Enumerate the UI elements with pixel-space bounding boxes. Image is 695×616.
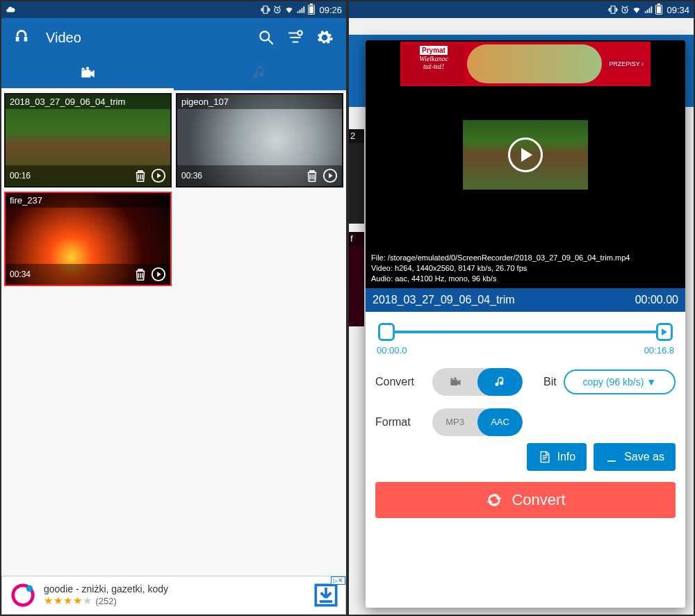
format-label: Format [375,416,425,428]
peek-card-label: f [349,232,364,246]
convert-type-toggle[interactable] [432,368,523,396]
trim-end-time: 00:16.8 [644,345,674,356]
status-time: 09:34 [667,5,689,15]
file-title-bar: 2018_03_27_09_06_04_trim 00:00.00 [366,288,685,312]
filter-sync-icon[interactable] [286,28,304,47]
convert-label: Convert [375,376,425,388]
status-bar: 09:34 [349,1,694,18]
svg-point-2 [297,31,302,35]
ad-stars: ★★★★★ [44,594,92,606]
options: Convert Bit copy (96 kb/s) ▼ Format [366,358,685,439]
trim-track[interactable] [385,331,666,333]
play-icon [521,148,532,162]
ad-banner-top[interactable]: Prymat Wielkanoc tuż-tuż! PRZEPISY › [400,42,651,86]
video-camera-icon [79,64,97,82]
battery-icon [308,5,315,15]
signal-icon [644,5,653,15]
ad-rating-count: (252) [95,596,116,606]
vibrate-icon [261,5,270,15]
video-grid[interactable]: 2018_03_27_09_06_04_trim 00:16 pigeon_10… [1,90,346,576]
video-preview: Prymat Wielkanoc tuż-tuż! PRZEPISY › [366,40,685,249]
wifi-icon [632,5,641,15]
video-name: 2018_03_27_09_06_04_trim [6,94,170,109]
download-icon [605,450,619,464]
status-bar: 09:26 [1,1,346,18]
convert-button-label: Convert [512,491,565,509]
ad-title: goodie - zniżki, gazetki, kody [44,583,311,594]
signal-icon [296,5,306,15]
ad-banner[interactable]: ▷✕ goodie - zniżki, gazetki, kody ★★★★★ … [1,576,346,615]
format-toggle[interactable]: MP3 AAC [432,408,523,436]
tab-video[interactable] [1,57,174,90]
play-next-icon[interactable] [151,267,166,282]
audio-codec: Audio: aac, 44100 Hz, mono, 96 kb/s [371,274,680,284]
info-button-label: Info [557,451,576,463]
playback-position: 00:00.00 [635,294,678,306]
status-time: 09:26 [319,5,342,15]
search-icon[interactable] [257,28,275,47]
delete-icon[interactable] [304,168,320,183]
format-aac[interactable]: AAC [477,408,523,436]
convert-button[interactable]: Convert [375,482,676,518]
video-duration: 00:34 [10,269,130,279]
vibrate-icon [608,5,618,15]
trim-handle-end[interactable] [656,323,673,341]
ad-close-badge[interactable]: ▷✕ [331,576,345,585]
app-logo-icon [14,30,29,45]
app-toolbar: Video [1,18,346,57]
music-note-icon [251,64,269,82]
action-row: Info Save as [366,439,685,475]
tab-audio[interactable] [174,57,346,90]
play-button[interactable] [508,138,543,172]
right-phone-screen: 09:34 2 f Prymat Wielkanoc tuż-tuż! PRZE… [348,0,695,616]
alarm-icon [272,5,282,15]
info-button[interactable]: Info [527,443,587,471]
play-next-icon[interactable] [151,168,166,183]
delete-icon[interactable] [133,168,148,183]
file-info: File: /storage/emulated/0/ScreenRecorder… [366,249,685,288]
format-mp3[interactable]: MP3 [432,408,477,436]
video-name: pigeon_107 [177,94,342,109]
page-title: Video [46,30,252,46]
preview-thumbnail [463,120,588,190]
save-as-button[interactable]: Save as [594,443,676,471]
wifi-icon [284,5,294,15]
svg-point-1 [260,31,269,40]
cloud-icon [6,5,15,15]
peek-card-label: 2 [349,129,364,143]
delete-icon[interactable] [133,267,148,282]
video-card[interactable]: pigeon_107 00:36 [176,93,343,188]
ad-cta-button[interactable]: PRZEPISY › [605,58,648,69]
video-camera-icon [448,375,462,389]
doc-edit-icon [538,450,552,464]
music-note-icon [493,375,507,389]
video-codec: Video: h264, 1440x2560, 8147 kb/s, 26.70… [371,263,680,274]
battery-icon [655,5,662,15]
left-phone-screen: 09:26 Video 2018_03_27_09_06_04_trim 00:… [0,0,348,616]
video-duration: 00:36 [181,171,302,181]
file-path: File: /storage/emulated/0/ScreenRecorder… [371,253,680,263]
toggle-audio[interactable] [477,368,523,396]
trim-start-time: 00:00.0 [377,345,407,356]
video-card-selected[interactable]: fire_237 00:34 [4,192,172,286]
video-card[interactable]: 2018_03_27_09_06_04_trim 00:16 [4,93,172,188]
trim-slider: 00:00.0 00:16.8 [366,312,685,358]
svg-point-7 [26,585,33,592]
toggle-video[interactable] [432,368,477,396]
video-name: fire_237 [6,193,170,208]
convert-dialog: Prymat Wielkanoc tuż-tuż! PRZEPISY › Fil… [366,40,685,608]
ad-image [467,44,602,83]
bitrate-select[interactable]: copy (96 kb/s) ▼ [564,369,676,394]
save-as-button-label: Save as [624,451,664,463]
sync-icon [485,491,503,509]
alarm-icon [620,5,630,15]
tabs [1,57,346,90]
video-duration: 00:16 [10,171,130,181]
trim-handle-start[interactable] [378,323,395,341]
file-name: 2018_03_27_09_06_04_trim [373,294,635,306]
ad-logo-icon [6,578,40,612]
play-next-icon[interactable] [322,168,338,183]
bit-label: Bit [543,376,557,388]
settings-gear-icon[interactable] [316,28,334,47]
ad-brand: Prymat Wielkanoc tuż-tuż! [403,44,464,83]
